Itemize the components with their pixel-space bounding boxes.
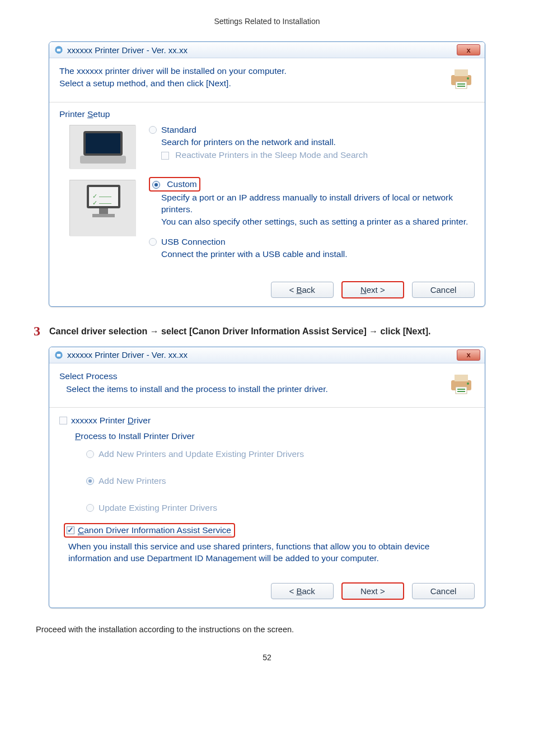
app-icon: [54, 350, 64, 360]
head-title: Select Process: [59, 370, 441, 382]
svg-text:✓ ——: ✓ ——: [92, 199, 111, 206]
svg-rect-10: [86, 133, 120, 153]
svg-text:✓ ——: ✓ ——: [92, 193, 111, 199]
dialog-header: Select Process Select the items to insta…: [49, 363, 485, 408]
svg-rect-1: [57, 49, 61, 52]
printer-icon: [448, 370, 475, 397]
svg-rect-11: [80, 156, 126, 164]
printer-icon: [448, 65, 475, 92]
footnote: Proceed with the installation according …: [36, 625, 500, 634]
proc-add-label: Add New Printers: [99, 476, 166, 486]
setup-thumbnails: ✓ —— ✓ ——: [59, 122, 149, 267]
radio-icon: [86, 504, 94, 512]
radio-icon: [86, 477, 94, 485]
proc-add-new[interactable]: Add New Printers: [86, 476, 475, 486]
next-button[interactable]: Next >: [341, 582, 404, 600]
radio-icon: [152, 181, 160, 189]
cancel-button[interactable]: Cancel: [412, 282, 475, 298]
next-button[interactable]: Next >: [341, 281, 404, 298]
option-usb-desc: Connect the printer with a USB cable and…: [161, 248, 475, 260]
cancel-button[interactable]: Cancel: [412, 583, 475, 599]
option-standard-desc: Search for printers on the network and i…: [161, 136, 475, 148]
back-button[interactable]: < Back: [271, 282, 334, 298]
driver-check-row[interactable]: xxxxxx Printer Driver: [59, 416, 475, 426]
option-standard-label: Standard: [161, 124, 196, 136]
printer-setup-group-label: Printer Setup: [59, 109, 475, 119]
assist-service-label: Canon Driver Information Assist Service: [78, 525, 231, 535]
svg-rect-23: [456, 387, 467, 394]
printer-setup-dialog: xxxxxx Printer Driver - Ver. xx.xx x The…: [49, 41, 485, 307]
step-number: 3: [34, 324, 49, 338]
window-title: xxxxxx Printer Driver - Ver. xx.xx: [67, 350, 188, 360]
process-group-label: Process to Install Printer Driver: [75, 431, 475, 441]
svg-rect-3: [455, 69, 468, 76]
proc-add-update-label: Add New Printers and Update Existing Pri…: [99, 449, 304, 459]
select-process-dialog: xxxxxx Printer Driver - Ver. xx.xx x Sel…: [49, 347, 485, 608]
reactivate-checkbox[interactable]: [161, 152, 169, 160]
header-section: Settings Related to Installation: [34, 17, 500, 26]
radio-icon: [86, 450, 94, 458]
laptop-thumb: [69, 125, 135, 169]
step-text: Cancel driver selection → select [Canon …: [49, 324, 500, 338]
driver-checkbox[interactable]: [59, 417, 67, 424]
assist-service-desc: When you install this service and use sh…: [68, 540, 472, 564]
option-usb[interactable]: USB Connection Connect the printer with …: [149, 236, 475, 260]
intro-line-1: The xxxxxx printer driver will be instal…: [59, 65, 441, 77]
option-usb-label: USB Connection: [161, 236, 226, 248]
radio-icon: [149, 126, 157, 134]
svg-point-26: [467, 382, 469, 385]
option-custom-label: Custom: [167, 179, 196, 189]
assist-service-checkbox[interactable]: [67, 526, 74, 534]
desktop-thumb: ✓ —— ✓ ——: [69, 180, 135, 236]
head-desc: Select the items to install and the proc…: [66, 383, 441, 395]
reactivate-label: Reactivate Printers in the Sleep Mode an…: [175, 150, 368, 160]
driver-label: xxxxxx Printer Driver: [71, 416, 151, 426]
intro-line-2: Select a setup method, and then click [N…: [59, 77, 441, 90]
assist-service-row[interactable]: Canon Driver Information Assist Service: [64, 523, 235, 538]
svg-point-7: [467, 77, 469, 80]
option-custom[interactable]: Custom Specify a port or an IP address m…: [149, 177, 475, 228]
proc-update[interactable]: Update Existing Printer Drivers: [86, 503, 475, 513]
radio-icon: [149, 238, 157, 246]
proc-add-and-update[interactable]: Add New Printers and Update Existing Pri…: [86, 449, 475, 459]
page-number: 52: [34, 653, 500, 662]
app-icon: [54, 45, 64, 55]
back-button[interactable]: < Back: [271, 583, 334, 599]
svg-rect-15: [99, 208, 108, 214]
svg-rect-4: [456, 82, 467, 88]
svg-rect-20: [57, 354, 61, 357]
svg-rect-22: [455, 375, 468, 381]
option-standard[interactable]: Standard Search for printers on the netw…: [149, 124, 475, 161]
titlebar: xxxxxx Printer Driver - Ver. xx.xx x: [49, 42, 485, 58]
close-button[interactable]: x: [457, 44, 480, 55]
option-custom-desc: Specify a port or an IP address manually…: [161, 192, 475, 228]
window-title: xxxxxx Printer Driver - Ver. xx.xx: [67, 45, 188, 55]
close-button[interactable]: x: [457, 349, 480, 361]
dialog-header: The xxxxxx printer driver will be instal…: [49, 58, 485, 102]
step-3: 3 Cancel driver selection → select [Cano…: [34, 324, 500, 338]
proc-update-label: Update Existing Printer Drivers: [99, 503, 217, 513]
titlebar: xxxxxx Printer Driver - Ver. xx.xx x: [49, 347, 485, 363]
svg-rect-16: [92, 214, 115, 217]
